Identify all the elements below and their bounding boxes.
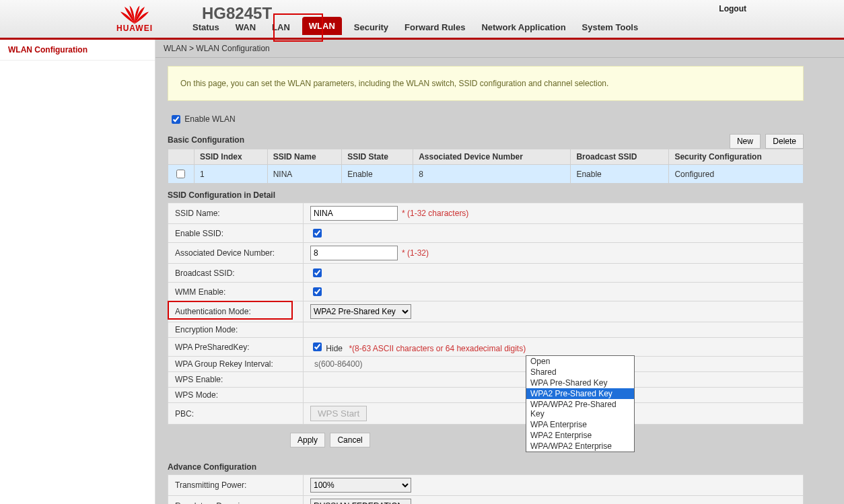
cell-bcast: Enable <box>571 165 669 184</box>
col-ssid-index: SSID Index <box>195 149 268 165</box>
row-select-checkbox[interactable] <box>176 170 185 178</box>
assoc-hint: * (1-32) <box>402 248 429 258</box>
col-assoc-num: Associated Device Number <box>413 149 571 165</box>
breadcrumb: WLAN > WLAN Configuration <box>155 40 844 58</box>
col-bcast: Broadcast SSID <box>571 149 669 165</box>
auth-mode-select[interactable]: WPA2 Pre-Shared Key <box>310 304 411 319</box>
psk-hint: *(8-63 ASCII characters or 64 hexadecima… <box>349 344 526 353</box>
cell-state: Enable <box>342 165 413 184</box>
nav-wlan[interactable]: WLAN <box>302 17 342 35</box>
auth-option-open[interactable]: Open <box>526 356 634 367</box>
nav-forward-rules[interactable]: Forward Rules <box>400 20 469 35</box>
cell-sec: Configured <box>669 165 804 184</box>
bcast-checkbox[interactable] <box>313 268 322 277</box>
nav-security[interactable]: Security <box>350 20 392 35</box>
cell-idx: 1 <box>195 165 268 184</box>
auth-option-wpa-psk[interactable]: WPA Pre-Shared Key <box>526 377 634 388</box>
col-ssid-name: SSID Name <box>267 149 342 165</box>
assoc-input[interactable] <box>310 246 398 260</box>
auth-option-wpa-wpa2-ent[interactable]: WPA/WPA2 Enterprise <box>526 441 634 452</box>
cancel-button[interactable]: Cancel <box>330 433 370 447</box>
psk-label: WPA PreSharedKey: <box>168 338 304 357</box>
wmm-checkbox[interactable] <box>313 287 322 296</box>
cell-name: NINA <box>267 165 342 184</box>
nav-network-application[interactable]: Network Application <box>477 20 569 35</box>
auth-option-wpa2-ent[interactable]: WPA2 Enterprise <box>526 430 634 441</box>
auth-mode-dropdown[interactable]: Open Shared WPA Pre-Shared Key WPA2 Pre-… <box>526 355 635 452</box>
sidebar-item-wlan-config[interactable]: WLAN Configuration <box>0 40 155 61</box>
table-row[interactable]: 1 NINA Enable 8 Enable Configured <box>168 165 804 184</box>
huawei-icon <box>118 5 151 25</box>
wps-mode-label: WPS Mode: <box>168 388 304 403</box>
cell-assoc: 8 <box>413 165 571 184</box>
wps-enable-label: WPS Enable: <box>168 372 304 388</box>
apply-button[interactable]: Apply <box>290 433 325 447</box>
bcast-label: Broadcast SSID: <box>168 264 304 283</box>
nav-system-tools[interactable]: System Tools <box>578 20 643 35</box>
reg-label: Regulatory Domain: <box>168 496 304 505</box>
psk-hide-label: Hide <box>326 344 343 353</box>
delete-button[interactable]: Delete <box>765 134 804 149</box>
ssid-name-hint: * (1-32 characters) <box>402 209 468 218</box>
main-nav: Status WAN LAN WLAN Security Forward Rul… <box>188 17 642 35</box>
col-select <box>168 149 195 165</box>
detail-title: SSID Configuration in Detail <box>168 190 804 200</box>
auth-label: Authentication Mode: <box>168 301 304 322</box>
nav-lan[interactable]: LAN <box>268 20 294 35</box>
col-sec: Security Configuration <box>669 149 804 165</box>
adv-form: Transmitting Power: 100% Regulatory Doma… <box>168 474 804 504</box>
auth-option-shared[interactable]: Shared <box>526 367 634 377</box>
new-button[interactable]: New <box>730 134 761 149</box>
adv-title: Advance Configuration <box>168 462 804 472</box>
enable-wlan-label: Enable WLAN <box>184 114 235 124</box>
nav-status[interactable]: Status <box>188 20 223 35</box>
detail-form: SSID Name: * (1-32 characters) Enable SS… <box>168 203 804 425</box>
logout-link[interactable]: Logout <box>719 4 746 13</box>
rekey-hint: s(600-86400) <box>314 359 362 369</box>
brand-text: HUAWEI <box>116 24 153 33</box>
assoc-label: Associated Device Number: <box>168 243 304 264</box>
auth-option-wpa-wpa2-psk[interactable]: WPA/WPA2 Pre-Shared Key <box>526 399 634 419</box>
page-note: On this page, you can set the WLAN param… <box>168 66 804 101</box>
ssid-name-input[interactable] <box>310 206 398 221</box>
nav-wan[interactable]: WAN <box>232 20 260 35</box>
tx-select[interactable]: 100% <box>310 478 411 493</box>
enc-label: Encryption Mode: <box>168 322 304 338</box>
reg-select[interactable]: RUSSIAN FEDERATION <box>310 499 411 504</box>
ssid-name-label: SSID Name: <box>168 203 304 224</box>
enable-ssid-checkbox[interactable] <box>313 229 322 238</box>
ssid-table: SSID Index SSID Name SSID State Associat… <box>168 149 804 184</box>
wmm-label: WMM Enable: <box>168 283 304 301</box>
auth-option-wpa2-psk[interactable]: WPA2 Pre-Shared Key <box>526 388 634 399</box>
enable-wlan-checkbox[interactable] <box>172 115 180 124</box>
rekey-label: WPA Group Rekey Interval: <box>168 357 304 372</box>
sidebar: WLAN Configuration <box>0 40 155 504</box>
enable-ssid-label: Enable SSID: <box>168 224 304 243</box>
auth-option-wpa-ent[interactable]: WPA Enterprise <box>526 419 634 430</box>
col-ssid-state: SSID State <box>342 149 413 165</box>
pbc-label: PBC: <box>168 403 304 425</box>
psk-hide-checkbox[interactable] <box>313 343 322 351</box>
tx-label: Transmitting Power: <box>168 475 304 496</box>
basic-config-title: Basic Configuration <box>168 135 804 145</box>
wps-start-button: WPS Start <box>310 406 367 421</box>
brand-logo: HUAWEI <box>101 0 168 38</box>
